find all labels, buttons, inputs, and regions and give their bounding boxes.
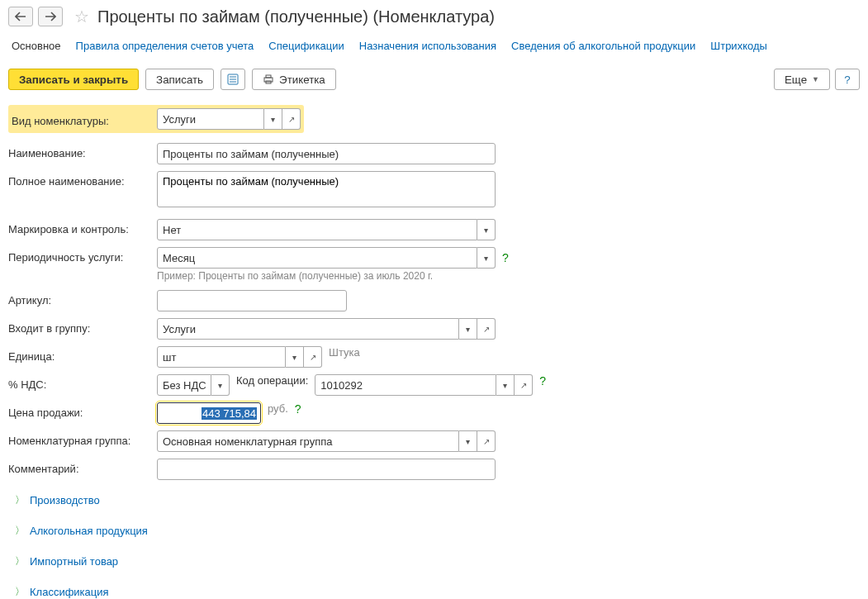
type-open-button[interactable]: ↗ [282, 108, 301, 130]
price-help[interactable]: ? [295, 402, 301, 416]
price-label: Цена продажи: [8, 402, 157, 419]
unit-label: Единица: [8, 346, 157, 363]
unit-dropdown-button[interactable]: ▾ [286, 346, 304, 368]
type-input[interactable] [157, 108, 264, 130]
marking-label: Маркировка и контроль: [8, 219, 157, 235]
sku-label: Артикул: [8, 290, 157, 307]
comment-input[interactable] [157, 459, 496, 480]
periodicity-input[interactable] [157, 247, 477, 269]
chevron-right-icon: 〉 [15, 585, 25, 599]
unit-input[interactable] [157, 346, 286, 368]
sku-input[interactable] [157, 290, 347, 311]
toolbar: Записать и закрыть Записать Этикетка Еще… [8, 69, 860, 90]
vat-input[interactable] [157, 374, 211, 396]
save-close-button[interactable]: Записать и закрыть [8, 69, 139, 90]
group-dropdown-button[interactable]: ▾ [459, 318, 477, 340]
unit-suffix: Штука [329, 346, 360, 359]
tab-usage[interactable]: Назначения использования [359, 40, 496, 54]
section-production[interactable]: 〉 Производство [8, 490, 860, 511]
opcode-help[interactable]: ? [539, 374, 546, 387]
vat-label: % НДС: [8, 374, 157, 391]
nomgroup-open-button[interactable]: ↗ [477, 430, 496, 452]
comment-label: Комментарий: [8, 459, 157, 475]
periodicity-hint: Пример: Проценты по займам (полученные) … [157, 270, 509, 282]
opcode-input[interactable] [315, 374, 496, 396]
group-open-button[interactable]: ↗ [477, 318, 496, 340]
help-button[interactable]: ? [835, 69, 860, 90]
type-row-highlight: Вид номенклатуры: ▾ ↗ [8, 105, 304, 133]
type-label: Вид номенклатуры: [12, 111, 157, 127]
nomgroup-label: Номенклатурная группа: [8, 430, 157, 447]
save-button[interactable]: Записать [145, 69, 214, 90]
opcode-label: Код операции: [236, 374, 308, 387]
tab-main[interactable]: Основное [12, 40, 61, 54]
section-classification[interactable]: 〉 Классификация [8, 582, 860, 599]
price-input[interactable]: 443 715,84 [157, 402, 261, 424]
svg-rect-5 [266, 75, 271, 78]
nav-forward-button[interactable] [38, 7, 63, 26]
marking-dropdown-button[interactable]: ▾ [477, 219, 496, 240]
tabs-bar: Основное Правила определения счетов учет… [8, 35, 860, 59]
unit-open-button[interactable]: ↗ [304, 346, 322, 368]
page-title: Проценты по займам (полученные) (Номенкл… [97, 7, 495, 26]
price-currency: руб. [268, 402, 288, 415]
nav-back-button[interactable] [8, 7, 33, 26]
type-dropdown-button[interactable]: ▾ [264, 108, 282, 130]
periodicity-help[interactable]: ? [502, 251, 509, 264]
chevron-right-icon: 〉 [15, 524, 25, 538]
opcode-dropdown-button[interactable]: ▾ [496, 374, 515, 396]
name-input[interactable] [157, 143, 496, 164]
list-icon-button[interactable] [221, 69, 245, 90]
section-alcohol[interactable]: 〉 Алкогольная продукция [8, 521, 860, 541]
periodicity-label: Периодичность услуги: [8, 247, 157, 264]
group-label: Входит в группу: [8, 318, 157, 335]
nomgroup-input[interactable] [157, 430, 459, 452]
opcode-open-button[interactable]: ↗ [515, 374, 533, 396]
nomgroup-dropdown-button[interactable]: ▾ [459, 430, 477, 452]
printer-icon [263, 74, 274, 85]
fullname-label: Полное наименование: [8, 171, 157, 188]
vat-dropdown-button[interactable]: ▾ [211, 374, 230, 396]
chevron-right-icon: 〉 [15, 554, 25, 568]
tab-accounts[interactable]: Правила определения счетов учета [76, 40, 254, 54]
section-import[interactable]: 〉 Импортный товар [8, 551, 860, 572]
print-label-button[interactable]: Этикетка [252, 69, 336, 90]
tab-alcohol[interactable]: Сведения об алкогольной продукции [511, 40, 695, 54]
fullname-textarea[interactable]: Проценты по займам (полученные) [157, 171, 496, 207]
group-input[interactable] [157, 318, 459, 340]
marking-input[interactable] [157, 219, 477, 240]
more-button[interactable]: Еще ▼ [774, 69, 830, 90]
tab-specs[interactable]: Спецификации [268, 40, 344, 54]
tab-barcodes[interactable]: Штрихкоды [710, 40, 767, 54]
chevron-down-icon: ▼ [812, 75, 819, 83]
name-label: Наименование: [8, 143, 157, 159]
periodicity-dropdown-button[interactable]: ▾ [477, 247, 496, 269]
favorite-star-icon[interactable]: ☆ [74, 7, 89, 26]
chevron-right-icon: 〉 [15, 493, 25, 507]
price-value: 443 715,84 [202, 407, 257, 420]
